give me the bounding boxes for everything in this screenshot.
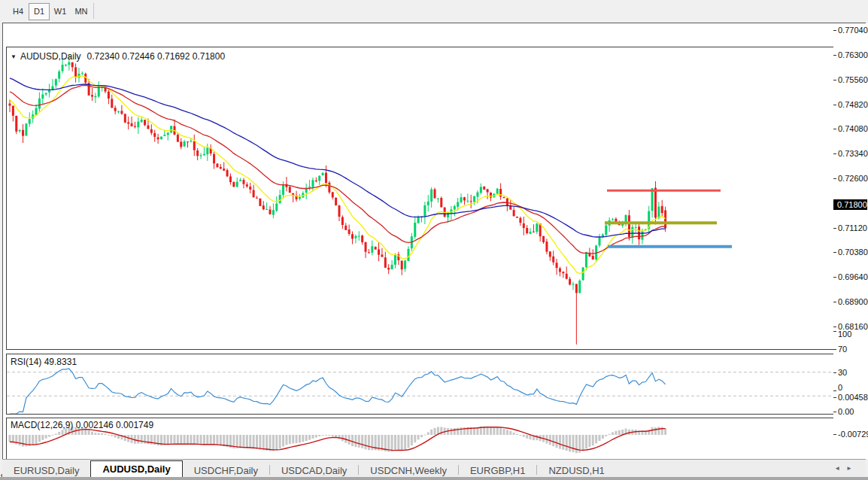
price-tick-label: 0.70380 xyxy=(838,248,868,257)
macd-tick-mark xyxy=(833,397,836,398)
price-tick-label: 0.75560 xyxy=(838,75,868,84)
price-tick-mark xyxy=(833,252,836,253)
timeframe-button-w1[interactable]: W1 xyxy=(50,3,71,20)
price-tick-mark xyxy=(833,302,836,302)
price-tick-mark xyxy=(833,228,836,229)
macd-indicator-label: MACD(12,26,9) 0.002146 0.001749 xyxy=(11,420,153,430)
tab-eurgbp-h1[interactable]: EURGBP,H1 xyxy=(459,463,536,478)
rsi-tick-label: 0 xyxy=(838,383,842,392)
rsi-line xyxy=(10,369,666,414)
candlesticks-group xyxy=(9,55,667,345)
chart-title: ▼AUDUSD,Daily0.72340 0.72446 0.71692 0.7… xyxy=(11,51,225,62)
main-chart-pane[interactable] xyxy=(6,47,837,350)
price-tick-label: 0.71120 xyxy=(838,223,867,232)
price-tick-mark xyxy=(833,327,836,327)
rsi-tick-mark xyxy=(833,349,836,350)
price-tick-mark xyxy=(833,153,836,154)
price-tick-mark xyxy=(833,30,836,31)
timeframe-button-h4[interactable]: H4 xyxy=(8,3,29,20)
macd-tick-label: 0.004583 xyxy=(838,393,868,402)
price-tick-mark xyxy=(833,105,836,105)
rsi-tick-mark xyxy=(833,331,836,332)
rsi-tick-mark xyxy=(833,390,836,391)
price-tick-label: 0.73340 xyxy=(838,149,868,158)
tab-scroll-arrows[interactable]: ◄► xyxy=(834,465,858,472)
toolbar-separator xyxy=(93,3,94,19)
timeframe-toolbar: H4D1W1MN xyxy=(0,0,868,23)
price-tick-label: 0.72600 xyxy=(838,174,868,183)
macd-tick-label: 0.00 xyxy=(838,407,854,416)
tabs-scroll-right-icon[interactable]: ► xyxy=(846,465,858,472)
price-tick-label: 0.77040 xyxy=(838,26,868,35)
window-bottom-edge xyxy=(0,477,868,480)
moving-average-ma-fast-yellow xyxy=(10,76,666,274)
price-tick-mark xyxy=(833,277,836,278)
macd-tick-mark xyxy=(833,412,836,412)
chart-tab-bar: EURUSD,DailyAUDUSD,DailyUSDCHF,DailyUSDC… xyxy=(2,459,866,478)
price-tick-label: 0.69640 xyxy=(838,272,868,281)
chart-title-symbol: AUDUSD,Daily xyxy=(20,51,81,62)
tab-nzdusd-h1[interactable]: NZDUSD,H1 xyxy=(537,463,615,478)
rsi-tick-label: 70 xyxy=(838,345,847,354)
tabs-scroll-left-icon[interactable]: ◄ xyxy=(834,465,846,472)
current-price-badge: 0.71800 xyxy=(833,199,867,210)
rsi-tick-mark xyxy=(833,372,836,373)
tab-eurusd-daily[interactable]: EURUSD,Daily xyxy=(2,463,90,478)
price-tick-mark xyxy=(833,129,836,129)
price-tick-mark xyxy=(833,55,836,56)
price-tick-label: 0.74820 xyxy=(838,100,868,109)
price-tick-mark xyxy=(833,80,836,81)
moving-average-ma-mid-red xyxy=(10,85,666,254)
candlestick-chart[interactable] xyxy=(7,47,836,349)
price-tick-label: 0.76300 xyxy=(838,50,868,59)
tab-usdchf-daily[interactable]: USDCHF,Daily xyxy=(183,463,269,478)
tab-usdcad-daily[interactable]: USDCAD,Daily xyxy=(270,463,358,478)
macd-tick-mark xyxy=(833,434,836,435)
tab-usdcnh-weekly[interactable]: USDCNH,Weekly xyxy=(359,463,458,478)
rsi-indicator-label: RSI(14) 49.8331 xyxy=(11,357,77,367)
timeframe-button-d1[interactable]: D1 xyxy=(29,3,50,20)
rsi-tick-label: 100 xyxy=(838,330,851,339)
rsi-chart[interactable] xyxy=(7,354,836,414)
tab-audusd-daily[interactable]: AUDUSD,Daily xyxy=(90,460,182,478)
price-axis[interactable]: 0.770400.763000.755600.748200.740800.733… xyxy=(833,23,868,459)
moving-average-ma-slow-blue xyxy=(10,78,666,237)
trading-terminal-window: H4D1W1MN ▼AUDUSD,Daily0.72340 0.72446 0.… xyxy=(0,0,868,480)
chart-title-ohlc: 0.72340 0.72446 0.71692 0.71800 xyxy=(87,51,226,62)
chart-collapse-icon[interactable]: ▼ xyxy=(11,53,17,60)
chart-window-frame: ▼AUDUSD,Daily0.72340 0.72446 0.71692 0.7… xyxy=(2,23,866,477)
price-tick-label: 0.68900 xyxy=(838,297,868,306)
price-tick-mark xyxy=(833,178,836,179)
rsi-tick-label: 30 xyxy=(838,368,847,377)
rsi-pane[interactable] xyxy=(6,354,837,415)
price-tick-label: 0.74080 xyxy=(838,124,868,133)
macd-tick-label: -0.007292 xyxy=(838,430,868,439)
timeframe-button-mn[interactable]: MN xyxy=(71,3,92,20)
